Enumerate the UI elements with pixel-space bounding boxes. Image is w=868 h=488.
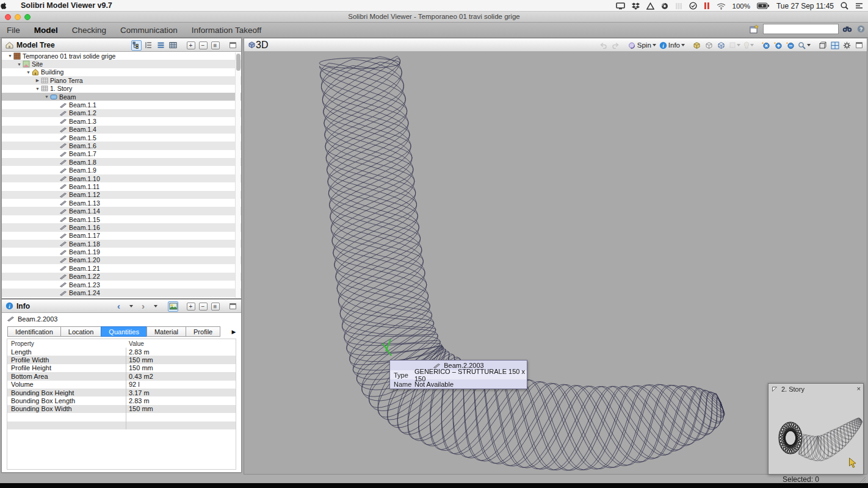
task-check-icon[interactable]	[689, 2, 697, 10]
zoom-out-box-icon[interactable]: −	[199, 41, 208, 49]
table-row[interactable]: Bounding Box Height3.17 m	[7, 389, 236, 396]
tree-item-beam-1-4[interactable]: Beam.1.4	[2, 126, 241, 134]
forward-icon[interactable]: ›	[138, 301, 148, 312]
caret-down-icon[interactable]	[807, 44, 811, 46]
tree-item-piano-terra[interactable]: ▶Piano Terra	[2, 76, 241, 84]
table-row[interactable]: Bounding Box Width150 mm	[7, 405, 236, 413]
fit-box-icon[interactable]: ≡	[210, 301, 220, 312]
tree-item-beam-1-3[interactable]: Beam.1.3	[2, 117, 241, 125]
wireframe-cube-icon[interactable]	[716, 40, 726, 51]
list-view-icon[interactable]	[145, 41, 153, 49]
tree-item-beam-1-6[interactable]: Beam.1.6	[2, 142, 241, 149]
subtree-view-icon[interactable]	[156, 40, 166, 51]
zoom-in-box-icon[interactable]: +	[187, 41, 195, 49]
spin-icon[interactable]: Spin	[627, 40, 657, 51]
tree-item-beam-1-17[interactable]: Beam.1.17	[2, 232, 241, 240]
dropbox-icon[interactable]	[632, 2, 640, 10]
zoom-out-box-icon[interactable]: −	[198, 301, 208, 312]
tree-expander-icon[interactable]: ▼	[43, 95, 50, 99]
info-circle-icon[interactable]: i	[659, 41, 667, 49]
subtree-view-icon[interactable]	[157, 41, 165, 49]
menu-item-model[interactable]: Model	[34, 26, 58, 35]
caret-down-icon[interactable]	[750, 44, 754, 46]
tree-item-beam-1-22[interactable]: Beam.1.22	[2, 273, 241, 281]
tree-item-beam-1-21[interactable]: Beam.1.21	[2, 264, 241, 272]
menu-item-communication[interactable]: Communication	[120, 26, 178, 35]
tree-item-temporaneo-01-travi-solide-grige[interactable]: ▼Temporaneo 01 travi solide grige	[2, 52, 241, 60]
zoom-out-box-icon[interactable]: −	[199, 303, 208, 310]
caret-down-icon[interactable]	[653, 44, 656, 46]
tab-profile[interactable]: Profile	[186, 326, 220, 337]
tree-view-icon[interactable]	[131, 40, 142, 51]
notification-list-icon[interactable]	[855, 2, 863, 9]
render-settings-icon[interactable]	[842, 40, 852, 51]
tree-item-beam-1-18[interactable]: Beam.1.18	[2, 240, 241, 248]
solid-cube-icon[interactable]	[693, 41, 701, 49]
zoom-in-icon[interactable]	[774, 41, 783, 49]
spotlight-icon[interactable]	[841, 2, 848, 10]
table-row[interactable]: Profile Width150 mm	[7, 356, 236, 364]
render-settings-icon[interactable]	[843, 41, 851, 49]
tab-identification[interactable]: Identification	[7, 326, 61, 337]
menu-item-information-takeoff[interactable]: Information Takeoff	[192, 26, 261, 35]
binoculars-icon[interactable]	[842, 24, 853, 34]
zoom-in-icon[interactable]	[773, 40, 783, 51]
caret-down-icon[interactable]	[681, 44, 685, 46]
quick-search-input[interactable]	[763, 24, 839, 34]
ghost-cube-icon[interactable]	[704, 40, 714, 51]
tab-material[interactable]: Material	[146, 326, 186, 337]
info-circle-icon[interactable]: iInfo	[659, 40, 685, 51]
spin-icon[interactable]	[627, 41, 636, 49]
snapshot-icon[interactable]	[169, 303, 178, 310]
back-icon[interactable]: ‹	[117, 302, 120, 310]
zoom-in-box-icon[interactable]: +	[186, 301, 196, 312]
views-grid-icon[interactable]	[831, 41, 839, 49]
zoom-all-icon[interactable]	[761, 40, 771, 51]
pause-icon[interactable]	[704, 2, 710, 10]
zoom-out-icon[interactable]	[785, 40, 795, 51]
help-icon[interactable]: ?	[856, 24, 866, 34]
tree-item-beam-1-5[interactable]: Beam.1.5	[2, 134, 241, 142]
menubar-app-name[interactable]: Solibri Model Viewer v9.7	[21, 1, 112, 10]
tree-item-beam-1-16[interactable]: Beam.1.16	[2, 223, 241, 231]
back-icon[interactable]: ‹	[114, 301, 124, 312]
zoom-out-icon[interactable]	[786, 41, 795, 49]
tree-item-site[interactable]: ▼Site	[2, 60, 241, 68]
table-row[interactable]: Bounding Box Length2.83 m	[7, 396, 236, 404]
new-view-icon[interactable]	[749, 24, 760, 34]
model-tree-scrollbar[interactable]	[235, 52, 241, 298]
close-icon[interactable]: ×	[857, 385, 861, 392]
table-row[interactable]: Length2.83 m	[7, 348, 236, 356]
tree-expander-icon[interactable]: ▼	[7, 54, 13, 58]
section-box-icon[interactable]	[819, 41, 827, 49]
tree-item-beam-1-23[interactable]: Beam.1.23	[2, 281, 241, 289]
tree-item-beam-1-20[interactable]: Beam.1.20	[2, 256, 241, 264]
story-overlay-panel[interactable]: 2. Story ×	[768, 383, 864, 475]
corner-flag-icon[interactable]	[772, 386, 778, 393]
columns-icon[interactable]	[675, 2, 682, 10]
zoom-select-icon[interactable]	[797, 40, 811, 51]
tab-quantities[interactable]: Quantities	[101, 326, 147, 337]
zoom-select-icon[interactable]	[798, 41, 806, 49]
table-row[interactable]: Volume92 l	[7, 381, 236, 389]
table-row[interactable]: Bottom Area0.43 m2	[7, 372, 236, 380]
apple-logo-icon[interactable]	[0, 1, 7, 10]
zoom-out-box-icon[interactable]: −	[198, 40, 208, 51]
zoom-in-box-icon[interactable]: +	[187, 303, 195, 310]
tree-expander-icon[interactable]: ▼	[34, 87, 41, 91]
tree-item-beam-1-2[interactable]: Beam.1.2	[2, 109, 241, 117]
list-view-icon[interactable]	[143, 40, 154, 51]
tree-item-beam-1-15[interactable]: Beam.1.15	[2, 215, 241, 223]
tree-item-beam-1-12[interactable]: Beam.1.12	[2, 191, 241, 199]
tree-expander-icon[interactable]: ▼	[16, 62, 23, 66]
ghost-cube-icon[interactable]	[705, 41, 713, 49]
forward-icon[interactable]: ›	[142, 302, 145, 310]
tree-item-beam[interactable]: ▼Beam	[2, 93, 241, 101]
fit-box-icon[interactable]: ≡	[211, 303, 220, 310]
window-titlebar[interactable]: Solibri Model Viewer - Temporaneo 01 tra…	[0, 12, 868, 23]
snapshot-icon[interactable]	[168, 301, 178, 312]
tree-expander-icon[interactable]: ▶	[34, 78, 41, 83]
fit-box-icon[interactable]: ≡	[210, 40, 220, 51]
zoom-in-box-icon[interactable]: +	[186, 40, 196, 51]
scrollbar-thumb[interactable]	[236, 54, 241, 71]
